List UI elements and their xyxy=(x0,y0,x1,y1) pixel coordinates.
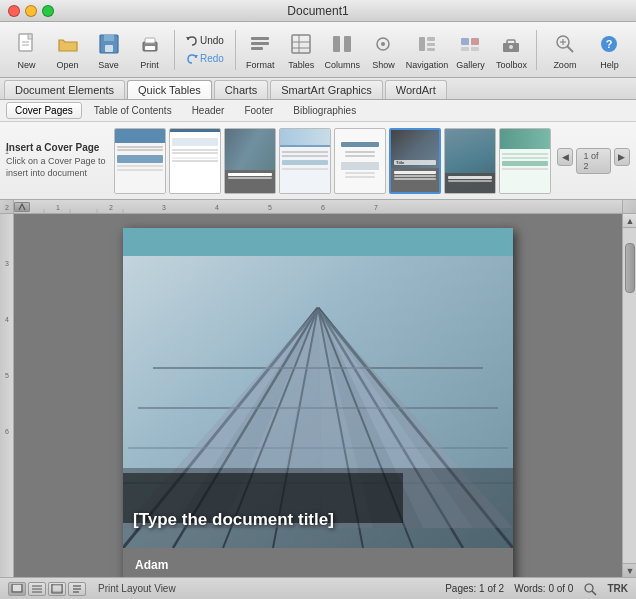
show-label: Show xyxy=(372,60,395,70)
gallery-thumb-8[interactable] xyxy=(499,128,551,194)
help-button[interactable]: ? Help xyxy=(591,26,628,74)
minimize-button[interactable] xyxy=(25,5,37,17)
document-title[interactable]: [Type the document title] xyxy=(133,510,393,530)
editor-container: 1 2 3 4 5 6 7 1 2 xyxy=(0,200,636,577)
search-status-btn[interactable] xyxy=(583,582,597,596)
svg-text:3: 3 xyxy=(5,260,9,267)
ribbon-tabs: Document Elements Quick Tables Charts Sm… xyxy=(0,78,636,100)
gallery-thumb-4[interactable] xyxy=(279,128,331,194)
undo-label: Undo xyxy=(200,35,224,46)
outline-view-btn[interactable] xyxy=(28,582,46,596)
open-button[interactable]: Open xyxy=(49,26,86,74)
undo-button[interactable]: Undo xyxy=(181,33,229,49)
zoom-label: Zoom xyxy=(553,60,576,70)
gallery-next-btn[interactable]: ▶ xyxy=(614,148,630,166)
svg-rect-24 xyxy=(427,37,435,41)
cover-instructions: Insert a Cover Page Click on a Cover Pag… xyxy=(6,142,108,179)
format-button[interactable]: Format xyxy=(242,26,279,74)
gallery-button[interactable]: Gallery xyxy=(452,26,489,74)
svg-text:6: 6 xyxy=(5,428,9,435)
svg-rect-19 xyxy=(333,36,340,52)
new-button[interactable]: New xyxy=(8,26,45,74)
format-label: Format xyxy=(246,60,275,70)
gallery-thumb-2[interactable] xyxy=(169,128,221,194)
subtab-toc[interactable]: Table of Contents xyxy=(86,103,180,118)
svg-text:5: 5 xyxy=(268,204,272,211)
ruler-horizontal: 1 2 3 4 5 6 7 xyxy=(14,200,622,214)
tables-button[interactable]: Tables xyxy=(283,26,320,74)
scroll-up-btn[interactable]: ▲ xyxy=(623,214,636,228)
ruler-container: 1 2 3 4 5 6 7 xyxy=(0,200,636,214)
scroll-down-btn[interactable]: ▼ xyxy=(623,563,636,577)
navigation-button[interactable]: Navigation xyxy=(406,26,448,74)
ribbon-content: Cover Pages Table of Contents Header Foo… xyxy=(0,100,636,200)
columns-icon xyxy=(328,30,356,58)
subtab-bibliographies[interactable]: Bibliographies xyxy=(285,103,364,118)
tab-document-elements[interactable]: Document Elements xyxy=(4,80,125,99)
svg-line-35 xyxy=(567,46,573,52)
gallery-thumb-1[interactable] xyxy=(114,128,166,194)
new-label: New xyxy=(18,60,36,70)
subtab-header[interactable]: Header xyxy=(184,103,233,118)
svg-marker-10 xyxy=(186,37,190,40)
words-label: Words: 0 of 0 xyxy=(514,583,573,594)
zoom-button[interactable]: Zoom xyxy=(543,26,587,74)
track-changes-label: TRK xyxy=(607,583,628,594)
draft-view-btn[interactable] xyxy=(68,582,86,596)
open-label: Open xyxy=(57,60,79,70)
teal-bar xyxy=(123,228,513,256)
tab-quick-tables[interactable]: Quick Tables xyxy=(127,80,212,99)
toolbar: New Open Save Print Undo Redo xyxy=(0,22,636,78)
subtab-cover-pages[interactable]: Cover Pages xyxy=(6,102,82,119)
print-layout-view-btn[interactable] xyxy=(8,582,26,596)
gallery-thumb-5[interactable] xyxy=(334,128,386,194)
sep3 xyxy=(536,30,537,70)
save-button[interactable]: Save xyxy=(90,26,127,74)
tab-charts[interactable]: Charts xyxy=(214,80,268,99)
show-icon xyxy=(369,30,397,58)
subtab-footer[interactable]: Footer xyxy=(236,103,281,118)
ruler-corner-right xyxy=(622,200,636,214)
svg-line-93 xyxy=(592,591,596,595)
svg-rect-5 xyxy=(104,35,114,41)
gallery-thumb-6[interactable]: Title xyxy=(389,128,441,194)
svg-point-22 xyxy=(381,42,385,46)
ruler-tab-marker[interactable] xyxy=(14,202,30,212)
svg-text:4: 4 xyxy=(215,204,219,211)
full-screen-view-btn[interactable] xyxy=(48,582,66,596)
insert-cover-btn[interactable]: Insert a Cover Page xyxy=(6,142,108,153)
redo-button[interactable]: Redo xyxy=(181,51,229,67)
gallery-prev-btn[interactable]: ◀ xyxy=(557,148,573,166)
print-icon xyxy=(136,30,164,58)
save-icon xyxy=(95,30,123,58)
tables-label: Tables xyxy=(288,60,314,70)
tab-smartart[interactable]: SmartArt Graphics xyxy=(270,80,382,99)
print-button[interactable]: Print xyxy=(131,26,168,74)
show-button[interactable]: Show xyxy=(365,26,402,74)
maximize-button[interactable] xyxy=(42,5,54,17)
cover-photo: [Type the document title] xyxy=(123,228,513,548)
sep2 xyxy=(235,30,236,70)
save-label: Save xyxy=(98,60,119,70)
close-button[interactable] xyxy=(8,5,20,17)
tab-wordart[interactable]: WordArt xyxy=(385,80,447,99)
svg-point-33 xyxy=(509,45,513,49)
svg-rect-14 xyxy=(251,47,263,50)
scroll-thumb[interactable] xyxy=(625,243,635,293)
toolbox-button[interactable]: Toolbox xyxy=(493,26,530,74)
window-controls[interactable] xyxy=(8,5,54,17)
svg-rect-32 xyxy=(507,40,515,44)
gallery-thumb-3[interactable] xyxy=(224,128,276,194)
columns-button[interactable]: Columns xyxy=(324,26,361,74)
svg-rect-23 xyxy=(419,37,425,51)
print-label: Print xyxy=(140,60,159,70)
format-icon xyxy=(246,30,274,58)
toolbox-label: Toolbox xyxy=(496,60,527,70)
svg-rect-30 xyxy=(471,47,479,51)
svg-text:3: 3 xyxy=(162,204,166,211)
scroll-track xyxy=(623,228,636,563)
gallery-thumb-7[interactable] xyxy=(444,128,496,194)
svg-rect-83 xyxy=(13,585,21,591)
scrollbar-vertical[interactable]: ▲ ▼ xyxy=(622,214,636,577)
sep1 xyxy=(174,30,175,70)
